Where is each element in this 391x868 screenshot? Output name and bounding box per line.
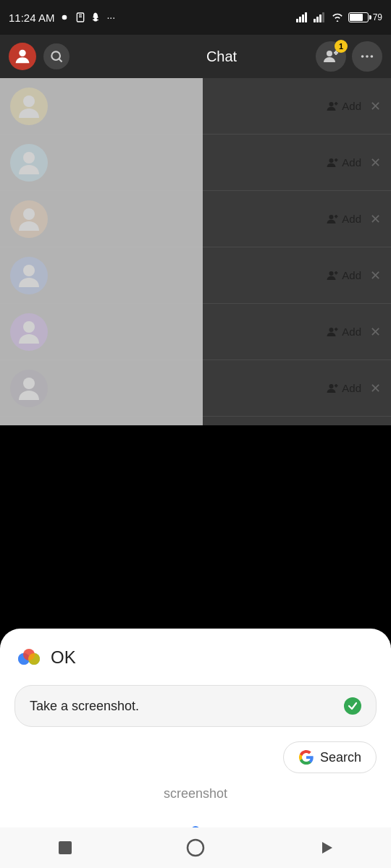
chat-actions-5: Add ✕ (326, 380, 381, 396)
add-person-icon-5 (326, 382, 339, 395)
status-time: 11:24 AM ··· (9, 12, 115, 24)
svg-point-64 (188, 840, 203, 856)
svg-rect-9 (316, 17, 319, 22)
svg-rect-11 (322, 12, 324, 22)
svg-rect-5 (299, 17, 301, 22)
search-label: Search (320, 750, 361, 765)
add-person-icon-0 (326, 100, 339, 113)
assistant-input-box: Take a screenshot. (14, 685, 377, 727)
add-label-0: Add (342, 100, 361, 112)
svg-point-0 (62, 15, 67, 20)
svg-rect-7 (305, 12, 307, 22)
more-icon (359, 48, 375, 64)
add-label-5: Add (342, 382, 361, 394)
search-button[interactable] (43, 43, 70, 69)
privacy-overlay (0, 78, 203, 425)
add-person-icon-3 (326, 269, 339, 282)
svg-point-34 (329, 271, 334, 276)
battery-text: 79 (373, 12, 382, 22)
signal-icon-1 (296, 12, 309, 22)
close-button-3[interactable]: ✕ (370, 268, 381, 284)
svg-point-20 (371, 55, 374, 58)
recents-button[interactable] (311, 833, 340, 862)
chat-actions-1: Add ✕ (326, 155, 381, 171)
back-button[interactable] (51, 833, 80, 862)
chat-actions-0: Add ✕ (326, 98, 381, 114)
chat-list: Add ✕ Add (0, 78, 391, 425)
svg-point-30 (329, 215, 334, 219)
assistant-input-text: Take a screenshot. (30, 699, 338, 714)
clipboard-icon (75, 12, 86, 23)
status-icons: 79 (296, 12, 382, 22)
assistant-overlay: OK Take a screenshot. Search screenshot (0, 629, 391, 868)
checkmark-icon (348, 701, 358, 711)
google-assistant-logo (14, 643, 43, 672)
google-g-icon (298, 749, 314, 765)
more-dots: ··· (106, 12, 115, 23)
chat-actions-3: Add ✕ (326, 268, 381, 284)
more-button[interactable] (352, 41, 382, 72)
add-button-3[interactable]: Add (326, 269, 361, 282)
add-button-0[interactable]: Add (326, 100, 361, 113)
wifi-icon (331, 12, 344, 22)
add-label-2: Add (342, 213, 361, 225)
home-button[interactable] (181, 833, 210, 862)
svg-point-12 (19, 50, 25, 56)
triangle-icon (318, 840, 334, 856)
search-row: Search (14, 741, 377, 773)
battery-icon (348, 12, 369, 22)
chat-actions-2: Add ✕ (326, 211, 381, 227)
add-friend-button[interactable]: 1 (316, 41, 346, 72)
svg-point-38 (329, 328, 334, 332)
svg-point-26 (329, 158, 334, 163)
time-text: 11:24 AM (9, 12, 54, 24)
svg-line-14 (59, 59, 62, 62)
assistant-recognized-word: screenshot (14, 786, 377, 801)
svg-rect-6 (302, 14, 304, 22)
svg-rect-10 (319, 14, 321, 22)
check-icon (344, 697, 361, 715)
snapchat-icon (91, 12, 102, 23)
add-person-icon-4 (326, 326, 339, 339)
user-avatar[interactable] (9, 43, 36, 70)
svg-point-22 (329, 102, 334, 106)
close-button-4[interactable]: ✕ (370, 324, 381, 340)
svg-point-13 (51, 51, 60, 60)
notification-icon (59, 12, 70, 23)
close-button-1[interactable]: ✕ (370, 155, 381, 171)
add-label-4: Add (342, 326, 361, 338)
search-icon (49, 49, 64, 64)
svg-rect-63 (59, 841, 72, 854)
add-person-icon-1 (326, 156, 339, 169)
svg-point-49 (28, 653, 40, 665)
add-label-1: Add (342, 156, 361, 169)
svg-rect-4 (296, 19, 298, 22)
nav-right: 1 (316, 41, 382, 72)
svg-point-42 (329, 384, 334, 388)
svg-rect-8 (314, 19, 316, 22)
add-label-3: Add (342, 269, 361, 281)
add-button-2[interactable]: Add (326, 213, 361, 226)
notification-badge: 1 (335, 40, 348, 53)
svg-point-19 (366, 55, 369, 58)
circle-icon (186, 838, 205, 857)
add-button-5[interactable]: Add (326, 382, 361, 395)
assistant-ok-text: OK (51, 647, 76, 668)
svg-point-18 (361, 55, 364, 58)
status-bar: 11:24 AM ··· 79 (0, 0, 391, 35)
signal-icon-2 (314, 12, 327, 22)
add-button-4[interactable]: Add (326, 326, 361, 339)
chat-actions-4: Add ✕ (326, 324, 381, 340)
close-button-5[interactable]: ✕ (370, 380, 381, 396)
close-button-0[interactable]: ✕ (370, 98, 381, 114)
add-person-icon-2 (326, 213, 339, 226)
bottom-nav (0, 827, 391, 868)
user-icon (12, 46, 33, 67)
add-button-1[interactable]: Add (326, 156, 361, 169)
svg-marker-65 (322, 842, 332, 854)
close-button-2[interactable]: ✕ (370, 211, 381, 227)
square-icon (57, 840, 73, 856)
assistant-header: OK (14, 643, 377, 672)
top-nav: Chat 1 (0, 35, 391, 78)
search-button[interactable]: Search (283, 741, 377, 773)
